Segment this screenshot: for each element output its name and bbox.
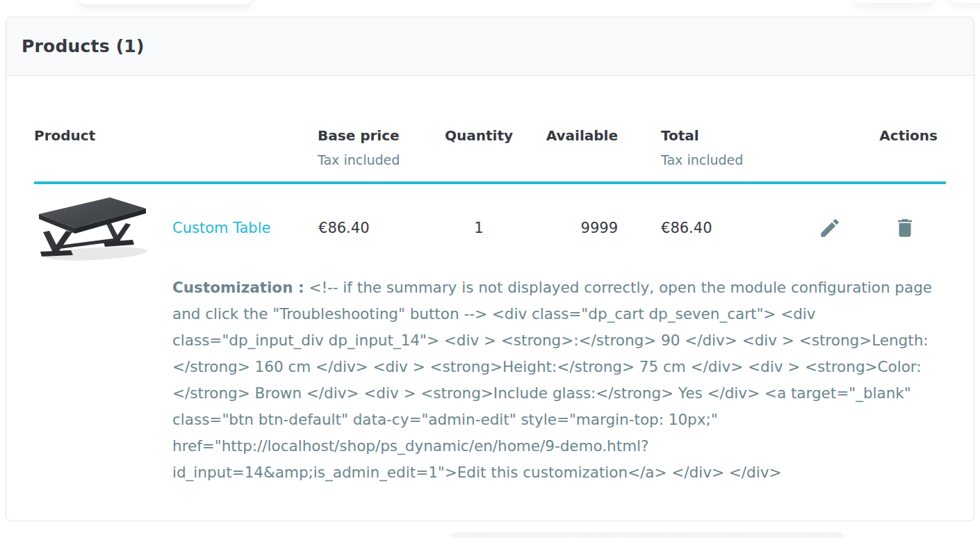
offscreen-element-shadow-bottom [450, 532, 845, 538]
panel-title: Products (1) [22, 36, 145, 56]
table-header-row: Product Base price Tax included Quantity… [34, 76, 946, 183]
product-image-cell [34, 183, 172, 265]
customization-cell: Customization : <!-- if the summary is n… [172, 265, 946, 487]
pencil-icon [818, 216, 842, 240]
column-header-quantity-label: Quantity [445, 127, 513, 144]
column-header-quantity: Quantity [437, 76, 521, 183]
product-actions-cell [802, 183, 946, 265]
column-header-base-price: Base price Tax included [318, 76, 437, 183]
column-header-total-label: Total [661, 127, 699, 144]
column-header-total: Total Tax included [632, 76, 802, 183]
customization-text-block: Customization : <!-- if the summary is n… [172, 275, 940, 486]
products-table: Product Base price Tax included Quantity… [34, 76, 946, 487]
trash-icon [893, 216, 917, 240]
product-available: 9999 [521, 183, 632, 265]
column-header-base-price-label: Base price [318, 127, 400, 144]
column-header-available-label: Available [546, 127, 618, 144]
product-name-link[interactable]: Custom Table [172, 220, 270, 236]
offscreen-element-shadow-left [78, 0, 252, 4]
column-header-base-price-sub: Tax included [318, 152, 437, 168]
product-image [35, 193, 149, 263]
offscreen-element-shadow-corner [949, 0, 980, 3]
column-header-actions-label: Actions [879, 127, 938, 144]
products-panel: Products (1) Product Base price [6, 17, 974, 521]
column-header-product-label: Product [34, 127, 95, 144]
delete-product-button[interactable] [893, 216, 917, 240]
products-panel-body: Product Base price Tax included Quantity… [6, 76, 974, 487]
table-row: Custom Table €86.40 1 9999 €86.40 [34, 183, 946, 265]
customization-text: <!-- if the summary is not displayed cor… [172, 279, 932, 481]
column-header-available: Available [521, 76, 632, 183]
offscreen-element-shadow-right [852, 0, 934, 3]
column-header-total-sub: Tax included [661, 152, 802, 168]
customization-spacer-cell [34, 265, 172, 487]
customization-row: Customization : <!-- if the summary is n… [34, 265, 946, 487]
customization-label: Customization : [172, 279, 304, 296]
product-base-price: €86.40 [318, 183, 437, 265]
products-panel-header: Products (1) [6, 17, 974, 76]
product-quantity: 1 [437, 183, 521, 265]
product-total: €86.40 [632, 183, 802, 265]
product-name-cell: Custom Table [172, 183, 318, 265]
column-header-actions: Actions [802, 76, 946, 183]
edit-product-button[interactable] [818, 216, 842, 240]
column-header-product: Product [34, 76, 318, 183]
